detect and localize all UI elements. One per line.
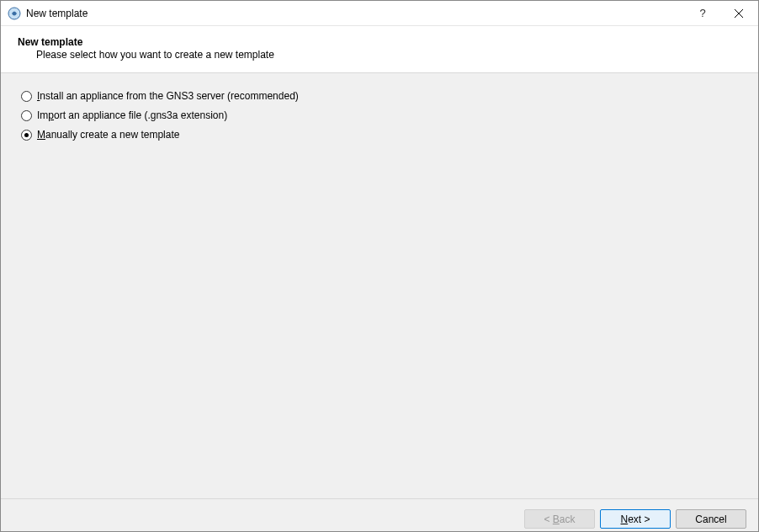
wizard-content: Install an appliance from the GNS3 serve…: [1, 73, 758, 498]
help-button[interactable]: ?: [686, 1, 719, 25]
radio-label: Manually create a new template: [37, 129, 179, 141]
radio-manual-create[interactable]: Manually create a new template: [21, 129, 738, 141]
titlebar-controls: ?: [686, 1, 758, 25]
radio-icon: [21, 110, 32, 121]
back-button: < Back: [524, 509, 595, 529]
page-title: New template: [18, 36, 741, 48]
close-button[interactable]: [719, 1, 758, 25]
radio-icon: [21, 130, 32, 141]
page-subtitle: Please select how you want to create a n…: [18, 49, 741, 61]
wizard-header: New template Please select how you want …: [1, 26, 758, 73]
window-title: New template: [26, 8, 88, 19]
app-icon: [8, 7, 21, 20]
radio-label: Import an appliance file (.gns3a extensi…: [37, 109, 227, 121]
radio-import-appliance[interactable]: Import an appliance file (.gns3a extensi…: [21, 109, 738, 121]
radio-icon: [21, 91, 32, 102]
radio-install-appliance[interactable]: Install an appliance from the GNS3 serve…: [21, 90, 738, 102]
next-button[interactable]: Next >: [600, 509, 671, 529]
cancel-button[interactable]: Cancel: [676, 509, 746, 529]
titlebar: New template ?: [1, 1, 758, 26]
wizard-footer: < Back Next > Cancel: [1, 498, 758, 532]
radio-label: Install an appliance from the GNS3 serve…: [37, 90, 299, 102]
